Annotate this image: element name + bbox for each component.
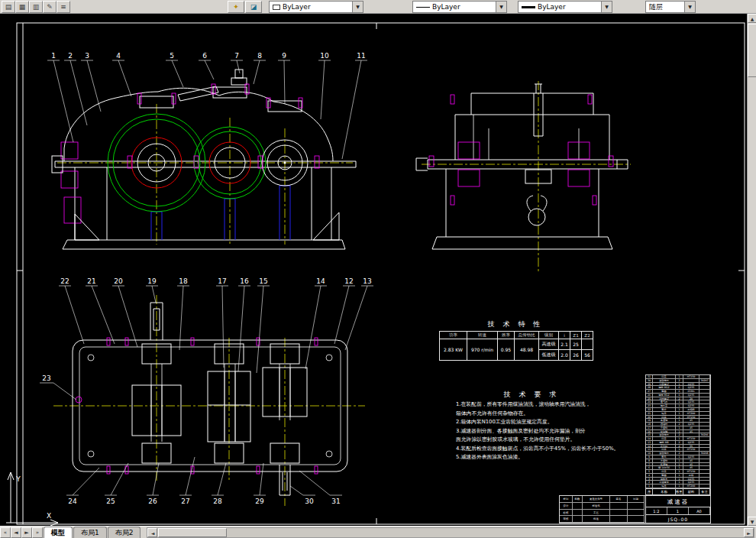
scroll-right-icon[interactable]: ► — [744, 528, 754, 537]
make-block-icon[interactable]: ✦ — [228, 1, 244, 13]
title-block: 标记处数更改文件号签名日期设计标准化校核工艺审核批准 减速器 1:2 1 A0 … — [559, 495, 711, 523]
title-block-cell: 设计 — [560, 503, 573, 510]
chevron-down-icon[interactable]: ▼ — [496, 2, 506, 12]
bom-header-cell: 名称 — [653, 488, 676, 494]
list-icon[interactable]: ▤ — [2, 1, 15, 13]
callout-label[interactable]: 22 — [60, 277, 69, 285]
callout-label[interactable]: 10 — [320, 52, 329, 60]
callout-label[interactable]: 13 — [363, 277, 371, 285]
callout-label[interactable]: 21 — [87, 277, 95, 285]
cell: 25 — [570, 339, 582, 350]
next-tab-button[interactable]: ► — [21, 527, 32, 538]
horizontal-scrollbar[interactable]: ◄ ► — [147, 527, 754, 538]
callout-label[interactable]: 19 — [147, 277, 157, 285]
callout-label[interactable]: 15 — [259, 277, 267, 285]
ucs-y-label: Y — [15, 475, 21, 483]
edit-icon[interactable]: ✎ — [43, 1, 57, 13]
callout-label[interactable]: 6 — [202, 52, 207, 60]
callout-label[interactable]: 1 — [51, 52, 56, 60]
tech-req-line: 2.箱体内装N100工业齿轮油至规定高度。 — [456, 418, 624, 427]
callout-label[interactable]: 20 — [114, 277, 123, 285]
callout-label[interactable]: 26 — [148, 497, 157, 505]
callout-label[interactable]: 18 — [179, 277, 188, 285]
sheet-size: A0 — [689, 507, 710, 514]
side-view[interactable] — [416, 81, 631, 272]
scroll-up-icon[interactable]: ▲ — [748, 14, 756, 23]
callout-label[interactable]: 31 — [331, 497, 340, 505]
callout-label[interactable]: 9 — [282, 52, 286, 60]
table-icon[interactable]: ▦ — [15, 1, 29, 13]
chevron-down-icon[interactable]: ▼ — [684, 2, 695, 12]
tab-layout1[interactable]: 布局1 — [73, 527, 107, 538]
design-center-icon[interactable]: ◪ — [245, 1, 262, 13]
tech-req-line: 4.装配后检查齿面接触斑点，沿齿高不小于45%，沿齿长不小于50%。 — [456, 445, 624, 454]
drawing-svg[interactable]: 1 2 3 4 5 6 7 8 9 10 11 22 21 20 19 18 1… — [0, 14, 747, 526]
first-tab-button[interactable]: « — [0, 527, 11, 538]
title-block-cell — [628, 510, 645, 517]
plotstyle-dropdown[interactable]: 随层 ▼ — [645, 1, 696, 13]
title-block-cell — [628, 516, 645, 523]
scale-value: 1:2 — [646, 507, 667, 514]
cell: 2.1 — [559, 339, 570, 350]
callout-label[interactable]: 4 — [116, 52, 121, 60]
callout-label[interactable]: 8 — [257, 52, 262, 60]
cell: 2.0 — [559, 350, 570, 361]
callout-label[interactable]: 27 — [181, 497, 189, 505]
title-block-cell: 标准化 — [583, 503, 610, 510]
tech-req-line: 3.减速器剖分面、各接触面及密封处均不允许漏油，剖分 — [456, 427, 624, 436]
callout-label[interactable]: 11 — [357, 52, 365, 60]
callout-label[interactable]: 7 — [234, 52, 239, 60]
cell: 970 r/min — [467, 339, 498, 361]
cell: 26 — [570, 350, 582, 361]
callout-label[interactable]: 25 — [106, 497, 115, 505]
bom-header-cell: 序号 — [646, 488, 653, 494]
bom-header-cell: 材料 — [683, 488, 699, 494]
callout-label[interactable]: 3 — [85, 52, 89, 60]
layers-icon[interactable]: ≡ — [57, 1, 70, 13]
cell: 级别 — [539, 332, 559, 339]
callout-labels[interactable]: 1 2 3 4 5 6 7 8 9 10 11 22 21 20 19 18 1… — [42, 52, 371, 505]
cell: 低速级 — [539, 350, 559, 361]
title-block-cell: 签名 — [610, 496, 628, 503]
callout-label[interactable]: 24 — [68, 497, 77, 505]
chevron-down-icon[interactable]: ▼ — [352, 2, 363, 12]
cell: i — [559, 332, 570, 339]
prev-tab-button[interactable]: ◄ — [11, 527, 21, 538]
tech-req-line: 面允许涂以密封胶或水玻璃，不允许使用任何垫片。 — [456, 436, 624, 445]
grid-icon[interactable]: ▥ — [29, 1, 43, 13]
cell: Z1 — [570, 332, 582, 339]
title-block-cell: 更改文件号 — [583, 496, 610, 503]
title-block-cell — [610, 510, 628, 517]
model-space-canvas[interactable]: 1 2 3 4 5 6 7 8 9 10 11 22 21 20 19 18 1… — [0, 14, 747, 526]
callout-label[interactable]: 28 — [213, 497, 222, 505]
tab-layout2[interactable]: 布局2 — [108, 527, 141, 538]
tech-table-header-row: 功率 转速 效率 总传动比 级别 i Z1 Z2 — [440, 332, 593, 339]
callout-label[interactable]: 14 — [316, 277, 325, 285]
plan-view[interactable] — [53, 295, 365, 506]
callout-label[interactable]: 17 — [218, 277, 226, 285]
last-tab-button[interactable]: » — [32, 527, 43, 538]
title-block-cell: 审核 — [560, 516, 573, 523]
scroll-down-icon[interactable]: ▼ — [748, 517, 756, 526]
scroll-left-icon[interactable]: ◄ — [147, 528, 157, 537]
title-block-cell — [610, 516, 628, 523]
cell: Z2 — [582, 332, 593, 339]
callout-label[interactable]: 2 — [68, 52, 73, 60]
chevron-down-icon[interactable]: ▼ — [601, 2, 612, 12]
callout-label[interactable]: 5 — [170, 52, 174, 60]
linetype-dropdown[interactable]: ByLayer ▼ — [412, 1, 507, 13]
cell: 转速 — [467, 332, 498, 339]
callout-label[interactable]: 23 — [42, 374, 50, 382]
color-dropdown[interactable]: ByLayer ▼ — [269, 1, 363, 13]
callout-label[interactable]: 30 — [305, 497, 314, 505]
vertical-scrollbar[interactable]: ▲ ▼ — [747, 14, 756, 526]
callout-label[interactable]: 29 — [255, 497, 264, 505]
tab-model[interactable]: 模型 — [44, 527, 73, 538]
cell: 功率 — [440, 332, 467, 339]
callout-label[interactable]: 16 — [240, 277, 249, 285]
front-view[interactable] — [52, 70, 356, 249]
lineweight-dropdown[interactable]: ByLayer ▼ — [518, 1, 612, 13]
vertical-scroll-thumb[interactable] — [748, 24, 756, 77]
callout-label[interactable]: 12 — [344, 277, 353, 285]
horizontal-scroll-thumb[interactable] — [158, 528, 227, 537]
